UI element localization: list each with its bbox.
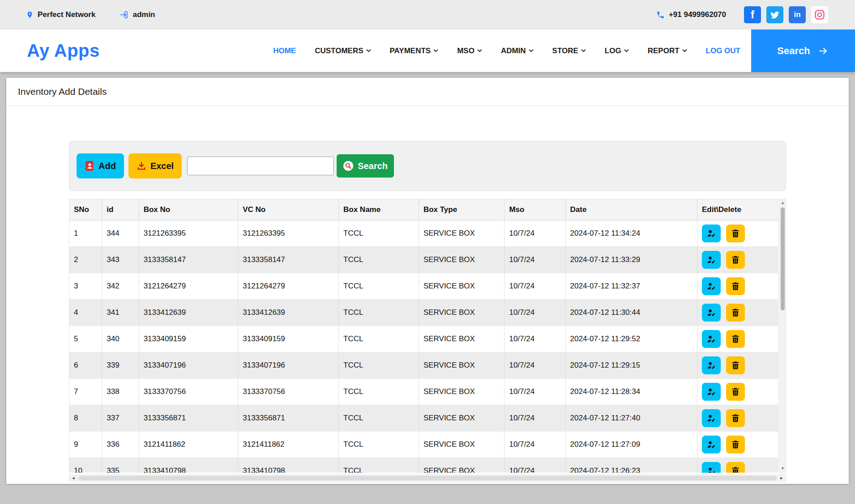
edit-button[interactable] [702, 330, 721, 348]
twitter-icon[interactable] [766, 6, 783, 23]
edit-button[interactable] [702, 462, 721, 473]
phone-contact[interactable]: +91 9499962070 [656, 10, 726, 19]
delete-button[interactable] [726, 436, 745, 453]
cell-sno: 4 [69, 300, 102, 326]
cell-vc-no: 3133358147 [238, 247, 339, 273]
delete-button[interactable] [726, 383, 745, 401]
phone-number: +91 9499962070 [669, 10, 726, 19]
delete-button[interactable] [726, 330, 745, 348]
cell-mso: 10/7/24 [504, 352, 565, 379]
excel-button[interactable]: Excel [128, 153, 182, 178]
search-icon [343, 161, 354, 171]
edit-button[interactable] [702, 277, 721, 295]
cell-box-name: TCCL [339, 432, 419, 458]
cell-id: 342 [102, 273, 139, 300]
scroll-up-arrow[interactable]: ▲ [780, 199, 786, 207]
main-content: Inventory Add Details Add [0, 72, 855, 484]
col-header-box-type: Box Type [419, 199, 504, 220]
nav-item-store[interactable]: STORE [552, 47, 586, 55]
linkedin-icon[interactable]: in [789, 6, 806, 23]
facebook-icon[interactable]: f [744, 6, 761, 23]
cell-date: 2024-07-12 11:34:24 [565, 220, 697, 247]
edit-button[interactable] [702, 356, 721, 374]
edit-button[interactable] [702, 304, 721, 322]
cell-mso: 10/7/24 [504, 300, 565, 326]
cell-sno: 7 [69, 379, 102, 405]
cell-date: 2024-07-12 11:33:29 [565, 247, 697, 273]
edit-button[interactable] [702, 383, 721, 401]
search-input[interactable] [187, 157, 334, 175]
trash-icon [731, 414, 740, 423]
nav-item-admin[interactable]: ADMIN [501, 47, 534, 55]
cell-box-name: TCCL [339, 352, 419, 379]
cell-mso: 10/7/24 [504, 220, 565, 247]
cell-box-name: TCCL [339, 326, 419, 352]
horizontal-scroll-thumb[interactable] [78, 476, 777, 480]
cell-mso: 10/7/24 [504, 247, 565, 273]
cell-actions [697, 247, 778, 273]
table-search-button[interactable]: Search [337, 154, 394, 178]
cell-sno: 9 [69, 432, 102, 458]
table-row: 434131334126393133412639TCCLSERVICE BOX1… [69, 300, 778, 326]
top-search-button[interactable]: Search [751, 30, 855, 72]
cell-mso: 10/7/24 [504, 458, 565, 473]
nav-item-home[interactable]: HOME [273, 47, 296, 55]
delete-button[interactable] [726, 277, 745, 295]
cell-date: 2024-07-12 11:29:52 [565, 326, 697, 352]
trash-icon [731, 255, 740, 264]
cell-vc-no: 3121411862 [238, 432, 339, 458]
cell-box-type: SERVICE BOX [419, 458, 504, 473]
delete-button[interactable] [726, 224, 745, 242]
card-header: Inventory Add Details [6, 78, 849, 106]
delete-button[interactable] [726, 462, 745, 473]
delete-button[interactable] [726, 356, 745, 374]
cell-sno: 8 [69, 405, 102, 432]
scroll-left-arrow[interactable]: ◄ [69, 474, 77, 482]
table-row: 534031334091593133409159TCCLSERVICE BOX1… [69, 326, 778, 352]
inventory-table: SNo id Box No VC No Box Name Box Type Ms… [69, 199, 778, 473]
edit-button[interactable] [702, 251, 721, 269]
cell-id: 335 [102, 458, 139, 473]
nav-item-report[interactable]: REPORT [648, 47, 687, 55]
delete-button[interactable] [726, 304, 745, 322]
cell-actions [697, 220, 778, 247]
cell-box-name: TCCL [339, 220, 419, 247]
delete-button[interactable] [726, 409, 745, 427]
cell-box-type: SERVICE BOX [419, 247, 504, 273]
nav-item-log[interactable]: LOG [605, 47, 629, 55]
cell-id: 343 [102, 247, 139, 273]
edit-button[interactable] [702, 436, 721, 453]
nav-item-mso[interactable]: MSO [457, 47, 482, 55]
vertical-scrollbar[interactable]: ▲ ▼ [779, 199, 786, 473]
instagram-icon[interactable] [811, 6, 828, 23]
edit-button[interactable] [702, 224, 721, 242]
col-header-mso: Mso [504, 199, 565, 220]
edit-button[interactable] [702, 409, 721, 427]
cell-date: 2024-07-12 11:27:09 [565, 432, 697, 458]
admin-user-item[interactable]: admin [120, 10, 155, 19]
brand-logo[interactable]: Ay Apps [27, 41, 100, 61]
cell-vc-no: 3133356871 [238, 405, 339, 432]
col-header-box-name: Box Name [339, 199, 419, 220]
nav-item-payments[interactable]: PAYMENTS [390, 47, 439, 55]
chevron-down-icon [477, 49, 482, 52]
chevron-down-icon [581, 49, 586, 52]
person-edit-icon [707, 229, 716, 237]
phone-icon [656, 11, 665, 19]
cell-box-name: TCCL [339, 273, 419, 300]
nav-item-logout[interactable]: LOG OUT [706, 47, 740, 55]
scroll-down-arrow[interactable]: ▼ [780, 465, 786, 472]
cell-id: 339 [102, 352, 139, 379]
add-button[interactable]: Add [77, 153, 124, 178]
cell-box-type: SERVICE BOX [419, 405, 504, 432]
cell-box-type: SERVICE BOX [419, 379, 504, 405]
cell-box-name: TCCL [339, 247, 419, 273]
trash-icon [731, 440, 740, 449]
cell-date: 2024-07-12 11:26:23 [565, 458, 697, 473]
vertical-scroll-thumb[interactable] [781, 208, 785, 310]
horizontal-scrollbar[interactable]: ◄ ► [69, 474, 786, 482]
scroll-right-arrow[interactable]: ► [778, 474, 786, 482]
nav-item-customers[interactable]: CUSTOMERS [315, 47, 371, 55]
delete-button[interactable] [726, 251, 745, 269]
cell-vc-no: 3121263395 [238, 220, 339, 247]
